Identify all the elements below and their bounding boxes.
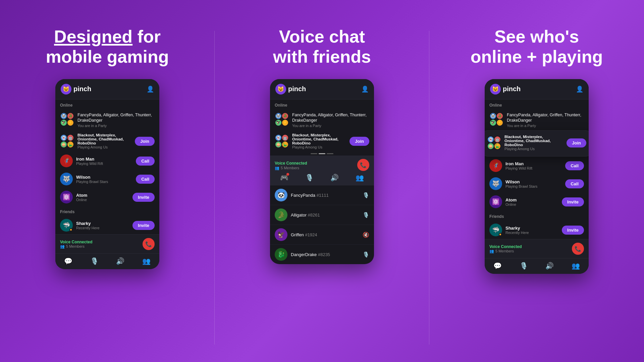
vu-name-alligator: Alligator #8261: [291, 213, 359, 218]
tab-chat-1[interactable]: 💬: [64, 257, 72, 265]
pinch-text-1: pinch: [73, 85, 91, 93]
av3: 🦅: [60, 119, 67, 126]
av3-4: ⚡: [496, 119, 503, 126]
floating-avatars: 👻 🤖 🧅 🦕: [487, 136, 501, 150]
invite-btn-sharky-3[interactable]: Invite: [562, 226, 584, 235]
voice-label-3: Voice Connected: [489, 244, 522, 249]
voice-connected-panel-2: Voice Connected 👥 5 Members 📞 🎮 🎙️ 🔊 👥: [270, 156, 374, 185]
phone1-header: 😺 pinch 👤: [55, 79, 159, 100]
call-btn-wilson-3[interactable]: Call: [565, 179, 584, 188]
vc-speaker-icon-2[interactable]: 🔊: [330, 174, 339, 182]
sharky-row-3: 🦈 Sharky Recently Here Invite: [485, 221, 589, 239]
vc-mic-icon-2[interactable]: 🎙️: [305, 174, 314, 182]
voice-info-1: Voice Connected 👥 5 Members: [60, 240, 92, 249]
pinch-avatar-2: 😺: [275, 84, 286, 95]
tab-chat-3[interactable]: 💬: [493, 262, 502, 270]
sharky-status-1: Recently Here: [76, 226, 129, 230]
add-friend-icon-2[interactable]: 👤: [361, 85, 369, 93]
bottom-tabs-1: 💬 🎙️ 🔊 👥: [55, 253, 159, 269]
tab-mic-3[interactable]: 🎙️: [520, 262, 528, 270]
grav2-2: 🤖: [281, 134, 289, 141]
scroll-dot-3: [327, 153, 333, 154]
grav2-1: 👻: [275, 134, 282, 141]
tab-speaker-3[interactable]: 🔊: [545, 262, 554, 270]
pinch-logo-1: 😺 pinch: [61, 84, 91, 95]
grav2-4: 🦕: [281, 141, 289, 148]
atom-avatar-3: ⚛️: [489, 195, 502, 208]
phone-1: 😺 pinch 👤 Online 🐼 🐊 🦅 ⚡ FancyPanda, All…: [55, 79, 159, 269]
call-btn-wilson-1[interactable]: Call: [136, 175, 155, 184]
join-btn-1[interactable]: Join: [135, 137, 155, 146]
party-names-2: FancyPanda, Alligator, Griffen, Thunterr…: [292, 112, 369, 123]
fav3: 🧅: [487, 142, 494, 150]
voice-bar-3: Voice Connected 👥 5 Members 📞: [485, 239, 589, 258]
scroll-dot-1: [311, 153, 317, 154]
av2-1: 🐼: [275, 112, 282, 120]
end-call-1[interactable]: 📞: [143, 238, 155, 250]
vc-label-2: Voice Connected: [275, 161, 307, 166]
ironman-row-3: 🦸 Iron Man Playing Wild Rift Call: [485, 157, 589, 175]
call-btn-ironman-3[interactable]: Call: [565, 161, 584, 170]
grav2: 🤖: [67, 134, 74, 141]
ironman-row-1: 🦸 Iron Man Playing Wild Rift Call: [55, 152, 159, 170]
tab-mic-1[interactable]: 🎙️: [90, 257, 99, 265]
tab-speaker-1[interactable]: 🔊: [116, 257, 124, 265]
wilson-avatar-1: 🐺: [60, 173, 73, 185]
vc-game-icon-2[interactable]: 🎮: [280, 174, 288, 182]
pinch-text-3: pinch: [503, 85, 521, 93]
party-row-3: 🐼 🐊 🦅 ⚡ FancyPanda, Alligator, Griffen, …: [485, 110, 589, 131]
phone3-header: 😺 pinch 👤: [485, 79, 589, 100]
ironman-avatar-3: 🦸: [489, 159, 502, 172]
section-online-3: Online: [485, 100, 589, 110]
ironman-status-3: Playing Wild Rift: [505, 166, 562, 170]
atom-avatar-1: ⚛️: [60, 191, 73, 203]
voice-info-3: Voice Connected 👥 5 Members: [489, 244, 522, 253]
sharky-status-3: Recently Here: [505, 231, 558, 235]
phone2-header: 😺 pinch 👤: [270, 79, 374, 100]
ironman-name-3: Iron Man: [505, 161, 562, 166]
tab-people-1[interactable]: 👥: [142, 257, 151, 265]
wilson-name-3: Wilson: [505, 179, 562, 184]
call-btn-ironman-1[interactable]: Call: [136, 157, 155, 166]
vu-name-dangerdake: DangerDrake #8235: [291, 252, 359, 257]
sharky-name-1: Sharky: [76, 221, 129, 226]
voice-user-griffen: 🦅 Griffen #1924 🔇: [270, 225, 374, 245]
voice-label-1: Voice Connected: [60, 240, 92, 244]
floating-group-row: 👻 🤖 🧅 🦕 Blackout, Misterplex, Oniontime,…: [487, 135, 586, 151]
col1-title: Designed for mobile gaming: [46, 27, 169, 67]
grav4: 🦕: [67, 141, 74, 148]
add-friend-icon-1[interactable]: 👤: [147, 85, 154, 93]
fav2: 🤖: [494, 136, 501, 143]
sharky-info-3: Sharky Recently Here: [505, 226, 558, 235]
join-btn-2[interactable]: Join: [350, 137, 369, 146]
atom-info-3: Atom Online: [505, 197, 558, 206]
invite-btn-atom-3[interactable]: Invite: [562, 197, 584, 206]
wilson-info-3: Wilson Playing Brawl Stars: [505, 179, 562, 188]
vu-mic-alligator: 🎙️: [363, 212, 369, 218]
add-friend-icon-3[interactable]: 👤: [576, 85, 583, 93]
voice-user-dangerdake: 🐉 DangerDrake #8235 🎙️: [270, 245, 374, 264]
voice-user-fancypanda: 🐼 FancyPanda #1111 🎙️: [270, 185, 374, 205]
invite-btn-atom-1[interactable]: Invite: [132, 193, 155, 202]
voice-members-3: 👥 5 Members: [489, 249, 522, 253]
invite-btn-sharky-1[interactable]: Invite: [132, 221, 155, 230]
vc-people-icon-2[interactable]: 👥: [356, 174, 364, 182]
floating-info: Blackout, Misterplex, Oniontime, ChadMus…: [504, 135, 563, 151]
tab-people-3[interactable]: 👥: [572, 262, 580, 270]
section-friends-3: Friends: [485, 211, 589, 221]
group-info-2: Blackout, Misterplex, Oniontime, ChadMus…: [292, 133, 346, 149]
wilson-info-1: Wilson Playing Brawl Stars: [76, 175, 132, 184]
join-btn-3[interactable]: Join: [567, 138, 586, 147]
grav1: 👻: [60, 134, 67, 141]
ironman-avatar-1: 🦸: [60, 155, 73, 167]
end-call-3[interactable]: 📞: [572, 243, 584, 255]
atom-row-1: ⚛️ Atom Online Invite: [55, 188, 159, 206]
pinch-avatar-3: 😺: [490, 84, 501, 95]
end-call-2[interactable]: 📞: [357, 159, 369, 171]
party-avatars-2: 🐼 🐊 🦅 ⚡: [275, 112, 289, 126]
wilson-status-3: Playing Brawl Stars: [505, 184, 562, 188]
phone-2: 😺 pinch 👤 Online 🐼 🐊 🦅 ⚡ FancyPanda, All…: [270, 79, 374, 264]
atom-info-1: Atom Online: [76, 193, 129, 202]
vu-avatar-dangerdake: 🐉: [275, 248, 287, 261]
av2-2: 🐊: [281, 112, 289, 120]
